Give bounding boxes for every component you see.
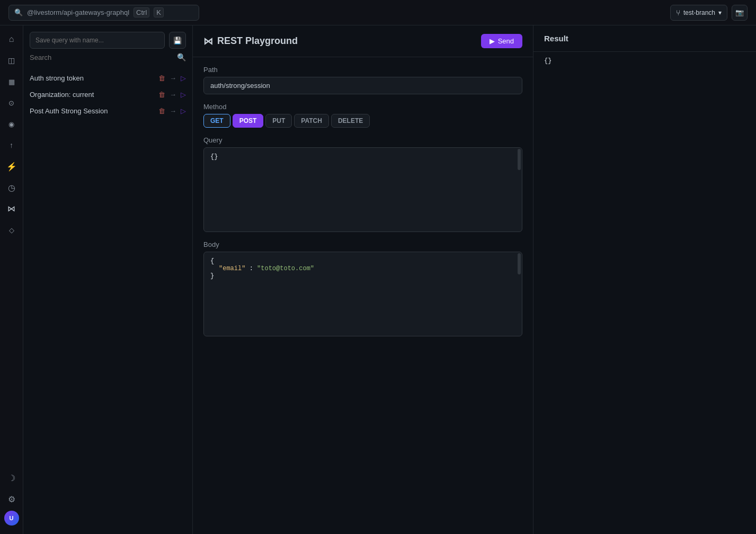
method-post-button[interactable]: POST (233, 114, 264, 128)
topbar-search-text: @livestorm/api-gateways-graphql (27, 8, 129, 16)
query-label: Query (203, 136, 522, 144)
query-actions: 🗑 → ▷ (158, 75, 186, 82)
body-label: Body (203, 241, 522, 248)
path-label: Path (203, 66, 522, 74)
branch-icon: ⑂ (676, 8, 680, 17)
list-item[interactable]: Post Auth Strong Session 🗑 → ▷ (23, 103, 192, 119)
query-name: Organization: current (30, 91, 154, 99)
search-icon-small: 🔍 (177, 53, 186, 61)
method-delete-button[interactable]: DELETE (331, 114, 370, 128)
main-layout: ⌂ ◫ ▦ ⊙ ◉ ↑ ⚡ ◷ ⋈ ◇ ☽ (0, 25, 756, 534)
save-icon: 💾 (173, 37, 182, 44)
search-input[interactable] (30, 54, 177, 61)
sidebar-item-moon[interactable]: ☽ (2, 468, 21, 487)
settings-icon: ⚙ (8, 494, 15, 504)
kbd-k: K (154, 7, 164, 17)
camera-button[interactable]: 📷 (732, 5, 748, 21)
camera-icon: 📷 (735, 8, 744, 16)
nodes-icon: ⋈ (7, 204, 15, 213)
play-icon[interactable]: ▷ (181, 91, 186, 98)
arrow-right-icon[interactable]: → (170, 91, 176, 98)
result-header: Result (533, 25, 756, 52)
body-value: "toto@toto.com" (257, 265, 314, 272)
method-get-button[interactable]: GET (203, 114, 230, 128)
left-panel: 💾 🔍 Auth strong token 🗑 → ▷ Organization… (23, 25, 193, 534)
method-group: GET POST PUT PATCH DELETE (203, 114, 522, 128)
path-input[interactable] (203, 77, 522, 94)
rest-icon: ⋈ (203, 35, 213, 47)
method-section: Method GET POST PUT PATCH DELETE (203, 103, 522, 128)
search-container: 🔍 (23, 53, 192, 68)
body-section: Body { "email" : "toto@toto.com" } (203, 241, 522, 336)
save-query-input[interactable] (30, 32, 165, 49)
chevron-down-icon: ▾ (718, 9, 722, 16)
right-panel: Result {} (533, 25, 756, 534)
branch-selector[interactable]: ⑂ test-branch ▾ (670, 5, 727, 21)
body-key: "email" (219, 265, 245, 272)
query-actions: 🗑 → ▷ (158, 91, 186, 98)
sidebar-item-clock[interactable]: ◷ (2, 178, 21, 197)
upload-icon: ↑ (10, 141, 13, 149)
sidebar-item-chart[interactable]: ▦ (2, 72, 21, 91)
branch-name: test-branch (683, 9, 715, 16)
result-content: {} (533, 52, 756, 534)
playground-header: ⋈ REST Playground ▶ Send (193, 25, 533, 57)
broadcast-icon: ◉ (8, 120, 14, 128)
sidebar-item-upload[interactable]: ↑ (2, 136, 21, 155)
arrow-right-icon[interactable]: → (170, 108, 176, 114)
database-icon: ◫ (8, 56, 15, 65)
delete-icon[interactable]: 🗑 (158, 108, 165, 114)
list-item[interactable]: Organization: current 🗑 → ▷ (23, 86, 192, 103)
search-icon: 🔍 (14, 8, 23, 16)
moon-icon: ☽ (8, 473, 15, 483)
playground-content: Path Method GET POST PUT PATCH DELETE Qu… (193, 57, 533, 534)
clock-icon: ◷ (8, 183, 15, 193)
query-section: Query {} (203, 136, 522, 232)
save-button[interactable]: 💾 (169, 32, 186, 49)
list-item[interactable]: Auth strong token 🗑 → ▷ (23, 70, 192, 86)
sidebar-icons: ⌂ ◫ ▦ ⊙ ◉ ↑ ⚡ ◷ ⋈ ◇ ☽ (0, 25, 23, 534)
topbar-search[interactable]: 🔍 @livestorm/api-gateways-graphql Ctrl K (8, 5, 199, 21)
path-section: Path (203, 66, 522, 94)
body-editor[interactable]: { "email" : "toto@toto.com" } (203, 252, 522, 336)
topbar: 🔍 @livestorm/api-gateways-graphql Ctrl K… (0, 0, 756, 25)
sidebar-item-camera[interactable]: ⊙ (2, 93, 21, 112)
play-send-icon: ▶ (490, 37, 495, 45)
play-icon[interactable]: ▷ (181, 75, 186, 82)
kbd-ctrl: Ctrl (134, 7, 149, 17)
method-patch-button[interactable]: PATCH (294, 114, 329, 128)
delete-icon[interactable]: 🗑 (158, 75, 165, 82)
sidebar-item-settings[interactable]: ⚙ (2, 490, 21, 509)
playground-title: ⋈ REST Playground (203, 35, 298, 47)
query-name: Auth strong token (30, 74, 154, 82)
scrollbar[interactable] (518, 253, 521, 274)
bolt-icon: ⚡ (6, 162, 17, 172)
query-code: {} (210, 153, 218, 161)
left-panel-header: 💾 (23, 25, 192, 53)
sidebar-item-home[interactable]: ⌂ (2, 30, 21, 49)
avatar[interactable]: U (4, 511, 19, 526)
sidebar-item-broadcast[interactable]: ◉ (2, 114, 21, 134)
query-actions: 🗑 → ▷ (158, 108, 186, 114)
delete-icon[interactable]: 🗑 (158, 91, 165, 98)
body-line-3: } (210, 272, 515, 280)
bell-icon: ◇ (9, 226, 14, 234)
camera-side-icon: ⊙ (8, 99, 14, 107)
play-icon[interactable]: ▷ (181, 108, 186, 114)
send-button[interactable]: ▶ Send (481, 34, 522, 48)
arrow-right-icon[interactable]: → (170, 75, 176, 82)
sidebar-item-bell[interactable]: ◇ (2, 220, 21, 239)
home-icon: ⌂ (9, 34, 14, 44)
method-label: Method (203, 103, 522, 111)
sidebar-item-bolt[interactable]: ⚡ (2, 157, 21, 176)
chart-icon: ▦ (8, 78, 15, 86)
query-editor[interactable]: {} (203, 147, 522, 232)
sidebar-bottom: ☽ ⚙ U (2, 468, 21, 530)
body-line-2: "email" : "toto@toto.com" (210, 265, 515, 272)
scrollbar[interactable] (518, 149, 521, 170)
middle-panel: ⋈ REST Playground ▶ Send Path Method GET… (193, 25, 533, 534)
result-value: {} (544, 57, 552, 65)
method-put-button[interactable]: PUT (265, 114, 292, 128)
sidebar-item-nodes[interactable]: ⋈ (2, 199, 21, 218)
sidebar-item-database[interactable]: ◫ (2, 51, 21, 70)
